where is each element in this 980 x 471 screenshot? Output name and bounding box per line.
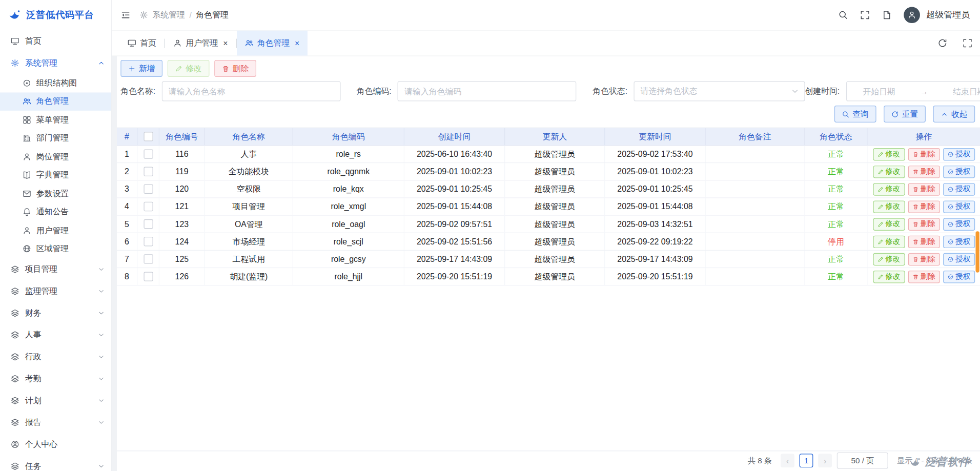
- row-checkbox[interactable]: [144, 202, 153, 211]
- row-grant-button[interactable]: 授权: [943, 200, 974, 213]
- row-grant-button[interactable]: 授权: [943, 270, 974, 282]
- sidebar-subitem-user[interactable]: 用户管理: [0, 221, 111, 240]
- current-page-button[interactable]: 1: [800, 454, 813, 467]
- row-checkbox[interactable]: [144, 237, 153, 246]
- page-size-select[interactable]: 50 / 页: [837, 453, 888, 469]
- sidebar-subitem-dict[interactable]: 字典管理: [0, 166, 111, 185]
- row-grant-button[interactable]: 授权: [943, 183, 974, 195]
- date-range-picker[interactable]: →: [846, 81, 980, 101]
- row-delete-button[interactable]: 删除: [908, 200, 940, 213]
- row-delete-button[interactable]: 删除: [908, 218, 940, 230]
- tab-label: 角色管理: [257, 37, 290, 49]
- row-grant-button[interactable]: 授权: [943, 235, 974, 248]
- sidebar-item-admin[interactable]: 行政: [0, 345, 111, 367]
- sidebar-item-supervision[interactable]: 监理管理: [0, 280, 111, 302]
- row-checkbox[interactable]: [144, 185, 153, 194]
- row-delete-button[interactable]: 删除: [908, 270, 940, 282]
- chevron-down-icon: [97, 309, 105, 317]
- sidebar-item-system[interactable]: 系统管理: [0, 52, 111, 74]
- row-edit-button[interactable]: 修改: [873, 200, 905, 213]
- row-edit-button[interactable]: 修改: [873, 166, 905, 178]
- role-name: 空权限: [205, 180, 293, 197]
- scrollbar-thumb[interactable]: [975, 231, 979, 272]
- sidebar-subitem-dept[interactable]: 部门管理: [0, 129, 111, 148]
- search-icon[interactable]: [838, 10, 848, 21]
- select-all-checkbox[interactable]: [144, 132, 153, 141]
- table-row: 7125工程试用role_gcsy2025-09-17 14:43:09超级管理…: [117, 251, 980, 268]
- status-text: 正常: [828, 183, 844, 195]
- start-date-input[interactable]: [851, 86, 906, 97]
- row-grant-button[interactable]: 授权: [943, 166, 974, 178]
- sidebar-subitem-param[interactable]: 参数设置: [0, 185, 111, 203]
- prev-page-button[interactable]: ‹: [781, 454, 794, 467]
- next-page-button[interactable]: ›: [818, 454, 832, 467]
- sidebar-item-project[interactable]: 项目管理: [0, 258, 111, 280]
- role-name-input[interactable]: [161, 81, 340, 101]
- search-button[interactable]: 查询: [834, 106, 876, 122]
- tab-user-mgmt[interactable]: 用户管理×: [165, 31, 236, 56]
- sidebar-item-personal[interactable]: 个人中心: [0, 433, 111, 455]
- sidebar-subitem-role[interactable]: 角色管理: [0, 92, 111, 111]
- sidebar-item-label: 人事: [25, 329, 42, 340]
- end-date-input[interactable]: [942, 86, 980, 97]
- reset-button[interactable]: 重置: [884, 106, 926, 122]
- sidebar-subitem-org-chart[interactable]: 组织结构图: [0, 74, 111, 92]
- fullscreen-icon[interactable]: [860, 10, 870, 21]
- collapse-sidebar-icon[interactable]: [120, 10, 131, 21]
- role-status-select[interactable]: 请选择角色状态: [634, 81, 805, 101]
- breadcrumb-section[interactable]: 系统管理: [153, 9, 185, 21]
- row-grant-button[interactable]: 授权: [943, 253, 974, 265]
- sidebar-subitem-post[interactable]: 岗位管理: [0, 148, 111, 166]
- sidebar-item-home[interactable]: 首页: [0, 30, 111, 52]
- sidebar-item-report[interactable]: 报告: [0, 411, 111, 433]
- row-edit-button[interactable]: 修改: [873, 253, 905, 265]
- row-checkbox[interactable]: [144, 149, 153, 158]
- add-button[interactable]: 新增: [120, 60, 162, 77]
- sidebar-item-finance[interactable]: 财务: [0, 302, 111, 324]
- row-edit-button[interactable]: 修改: [873, 183, 905, 195]
- row-edit-button[interactable]: 修改: [873, 235, 905, 248]
- topbar: 系统管理 / 角色管理 超级管理员: [112, 0, 980, 30]
- row-checkbox[interactable]: [144, 254, 153, 263]
- created-time: 2025-09-01 10:25:45: [404, 180, 505, 197]
- row-checkbox[interactable]: [144, 219, 153, 229]
- row-grant-button[interactable]: 授权: [943, 218, 974, 230]
- sidebar-item-attendance[interactable]: 考勤: [0, 367, 111, 390]
- row-edit-button[interactable]: 修改: [873, 148, 905, 160]
- tab-home[interactable]: 首页: [119, 31, 165, 56]
- role-id: 120: [159, 180, 205, 197]
- row-delete-button[interactable]: 删除: [908, 253, 940, 265]
- sidebar-item-hr[interactable]: 人事: [0, 324, 111, 346]
- fullscreen-icon[interactable]: [963, 38, 973, 48]
- row-edit-button[interactable]: 修改: [873, 270, 905, 282]
- sidebar-subitem-notice[interactable]: 通知公告: [0, 203, 111, 221]
- tab-close-icon[interactable]: ×: [223, 38, 228, 48]
- updater: 超级管理员: [505, 251, 605, 268]
- avatar[interactable]: [904, 7, 920, 23]
- filter-bar: 角色名称: 角色编码: 角色状态: 请选择角色状态: [117, 80, 980, 106]
- sidebar-subitem-region[interactable]: 区域管理: [0, 240, 111, 258]
- tab-role-mgmt[interactable]: 角色管理×: [237, 31, 308, 56]
- sidebar-item-task[interactable]: 任务: [0, 455, 111, 471]
- row-checkbox[interactable]: [144, 272, 153, 281]
- role-status: 正常: [805, 268, 868, 285]
- row-checkbox[interactable]: [144, 167, 153, 176]
- row-grant-button[interactable]: 授权: [943, 148, 974, 160]
- refresh-icon[interactable]: [937, 38, 948, 48]
- page-scrollbar[interactable]: [975, 0, 980, 471]
- pencil-icon: [175, 65, 182, 72]
- document-icon[interactable]: [882, 10, 892, 21]
- role-code-input[interactable]: [398, 81, 577, 101]
- delete-button[interactable]: 删除: [214, 60, 256, 77]
- row-delete-button[interactable]: 删除: [908, 148, 940, 160]
- sidebar-item-plan[interactable]: 计划: [0, 390, 111, 412]
- user-name[interactable]: 超级管理员: [926, 9, 970, 21]
- row-delete-button[interactable]: 删除: [908, 235, 940, 248]
- row-edit-button[interactable]: 修改: [873, 218, 905, 230]
- row-delete-button[interactable]: 删除: [908, 183, 940, 195]
- sidebar-subitem-menu[interactable]: 菜单管理: [0, 111, 111, 129]
- tab-close-icon[interactable]: ×: [295, 38, 299, 48]
- collapse-filters-button[interactable]: 收起: [933, 106, 975, 122]
- row-delete-button[interactable]: 删除: [908, 166, 940, 178]
- edit-button[interactable]: 修改: [168, 60, 210, 77]
